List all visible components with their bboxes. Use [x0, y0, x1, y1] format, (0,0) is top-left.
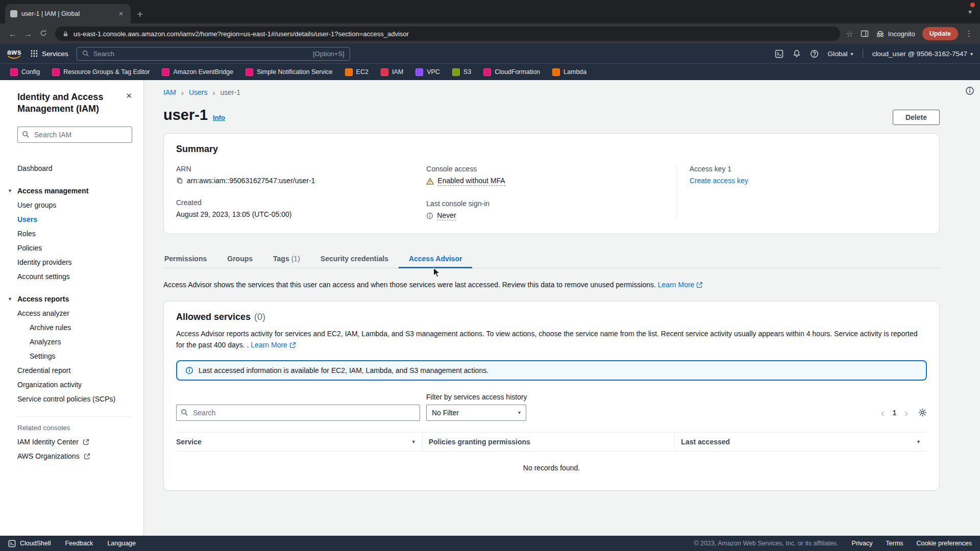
- favorite-vpc[interactable]: VPC: [415, 68, 440, 76]
- sort-icon[interactable]: ▼: [916, 439, 921, 444]
- bookmark-star-icon[interactable]: ☆: [846, 29, 853, 39]
- console-access-value[interactable]: Enabled without MFA: [437, 177, 505, 186]
- sidebar-item-settings[interactable]: Settings: [17, 349, 132, 363]
- cloudshell-icon: [8, 540, 16, 547]
- filter-dropdown[interactable]: No Filter ▾: [426, 405, 526, 421]
- sidebar-divider: [17, 416, 132, 417]
- help-icon[interactable]: [810, 49, 819, 58]
- privacy-link[interactable]: Privacy: [852, 540, 873, 547]
- favorite-eventbridge[interactable]: Amazon EventBridge: [162, 68, 233, 76]
- cloudshell-icon[interactable]: [775, 49, 783, 58]
- terms-link[interactable]: Terms: [886, 540, 903, 547]
- chrome-update-button[interactable]: Update: [922, 27, 958, 40]
- column-service[interactable]: Service ▼: [176, 433, 422, 451]
- info-panel-toggle-icon[interactable]: [965, 86, 974, 97]
- aws-top-nav: aws Services Search [Option+S]: [0, 44, 980, 63]
- address-bar[interactable]: us-east-1.console.aws.amazon.com/iamv2/h…: [55, 27, 840, 41]
- forward-icon[interactable]: →: [20, 30, 36, 38]
- sidebar-item-archive-rules[interactable]: Archive rules: [17, 320, 132, 335]
- sidebar-item-access-analyzer[interactable]: Access analyzer: [17, 306, 132, 320]
- region-selector[interactable]: Global ▾: [828, 50, 853, 58]
- info-link[interactable]: Info: [213, 114, 225, 121]
- tab-groups[interactable]: Groups: [217, 249, 263, 268]
- config-service-icon: [10, 68, 18, 76]
- sidebar-item-users[interactable]: Users: [17, 212, 132, 227]
- cookie-preferences-link[interactable]: Cookie preferences: [917, 540, 972, 547]
- sidebar-item-analyzers[interactable]: Analyzers: [17, 335, 132, 349]
- tab-permissions[interactable]: Permissions: [163, 249, 217, 268]
- sidebar-close-icon[interactable]: ✕: [126, 91, 132, 101]
- allowed-services-title: Allowed services: [176, 312, 251, 322]
- aws-logo[interactable]: aws: [7, 48, 21, 59]
- next-page-icon[interactable]: ›: [904, 408, 908, 418]
- sidebar-search-input[interactable]: [17, 127, 132, 143]
- copyright-text: © 2023, Amazon Web Services, Inc. or its…: [694, 540, 838, 547]
- previous-page-icon[interactable]: ‹: [881, 408, 885, 418]
- favorite-ec2[interactable]: EC2: [345, 68, 369, 76]
- sidebar-item-organization-activity[interactable]: Organization activity: [17, 378, 132, 392]
- tab-access-advisor[interactable]: Access Advisor: [399, 249, 473, 268]
- empty-state-text: No records found.: [176, 452, 927, 490]
- breadcrumb-users[interactable]: Users: [189, 88, 208, 96]
- delete-button[interactable]: Delete: [893, 110, 940, 125]
- feedback-button[interactable]: Feedback: [65, 540, 93, 547]
- allowed-services-card: Allowed services (0) Access Advisor repo…: [163, 301, 940, 490]
- favorite-s3[interactable]: S3: [452, 68, 471, 76]
- sidebar-item-roles[interactable]: Roles: [17, 227, 132, 241]
- last-signin-value[interactable]: Never: [437, 211, 456, 220]
- console-search-input[interactable]: Search [Option+S]: [77, 47, 350, 61]
- breadcrumb: IAM › Users › user-1: [163, 88, 940, 96]
- notifications-bell-icon[interactable]: [793, 49, 801, 58]
- cloudshell-button[interactable]: CloudShell: [8, 540, 51, 547]
- sidebar-section-access-reports[interactable]: ▾Access reports: [17, 292, 132, 306]
- favorite-config[interactable]: Config: [10, 68, 40, 76]
- tab-tags[interactable]: Tags(1): [263, 249, 310, 268]
- browser-menu-icon[interactable]: ⋮: [965, 29, 973, 38]
- chevron-down-icon: ▾: [9, 296, 11, 302]
- browser-url-bar: ← → us-east-1.console.aws.amazon.com/iam…: [0, 23, 980, 44]
- favorite-cloudformation[interactable]: CloudFormation: [483, 68, 540, 76]
- filter-label: Filter by services access history: [426, 393, 526, 401]
- language-button[interactable]: Language: [107, 540, 136, 547]
- copy-icon[interactable]: [176, 177, 183, 184]
- sidebar-item-policies[interactable]: Policies: [17, 241, 132, 255]
- sidebar-item-user-groups[interactable]: User groups: [17, 198, 132, 212]
- lock-icon: [62, 31, 69, 37]
- sidebar-item-identity-providers[interactable]: Identity providers: [17, 255, 132, 269]
- breadcrumb-iam[interactable]: IAM: [163, 88, 176, 96]
- tab-close-icon[interactable]: ✕: [116, 9, 126, 18]
- services-menu[interactable]: Services: [31, 50, 68, 58]
- sidebar-item-scps[interactable]: Service control policies (SCPs): [17, 392, 132, 406]
- sidebar-link-identity-center[interactable]: IAM Identity Center: [17, 435, 132, 449]
- favorite-lambda[interactable]: Lambda: [552, 68, 586, 76]
- side-panel-icon[interactable]: [861, 30, 869, 38]
- column-last-accessed[interactable]: Last accessed ▼: [674, 433, 927, 451]
- services-search-input[interactable]: [176, 405, 420, 421]
- sidebar-link-aws-organizations[interactable]: AWS Organizations: [17, 449, 132, 463]
- account-menu[interactable]: cloud_user @ 9506-3162-7547 ▾: [872, 50, 973, 58]
- learn-more-link[interactable]: Learn More: [251, 340, 296, 351]
- sidebar-item-account-settings[interactable]: Account settings: [17, 269, 132, 284]
- current-page[interactable]: 1: [893, 409, 897, 417]
- column-policies[interactable]: Policies granting permissions: [422, 433, 675, 451]
- sidebar-item-credential-report[interactable]: Credential report: [17, 363, 132, 378]
- favorite-sns[interactable]: Simple Notification Service: [246, 68, 333, 76]
- info-alert: Last accessed information is available f…: [176, 360, 927, 381]
- table-header-row: Service ▼ Policies granting permissions …: [176, 432, 927, 452]
- table-settings-gear-icon[interactable]: [918, 408, 927, 417]
- tab-security-credentials[interactable]: Security credentials: [310, 249, 399, 268]
- tab-menu-chevron-icon[interactable]: ▾: [968, 8, 972, 16]
- favorite-resource-groups[interactable]: Resource Groups & Tag Editor: [52, 68, 150, 76]
- sort-icon[interactable]: ▼: [411, 439, 416, 444]
- back-icon[interactable]: ←: [5, 30, 20, 38]
- reload-icon[interactable]: [36, 29, 51, 39]
- favorite-iam[interactable]: IAM: [381, 68, 403, 76]
- account-label: cloud_user @ 9506-3162-7547: [872, 50, 967, 58]
- browser-tab[interactable]: user-1 | IAM | Global ✕: [5, 4, 131, 23]
- sidebar-section-access-management[interactable]: ▾Access management: [17, 184, 132, 198]
- create-access-key-link[interactable]: Create access key: [690, 177, 748, 185]
- tab-favicon-icon: [10, 10, 17, 17]
- sidebar-item-dashboard[interactable]: Dashboard: [17, 161, 132, 176]
- learn-more-link[interactable]: Learn More: [658, 280, 703, 290]
- new-tab-button[interactable]: +: [137, 9, 143, 19]
